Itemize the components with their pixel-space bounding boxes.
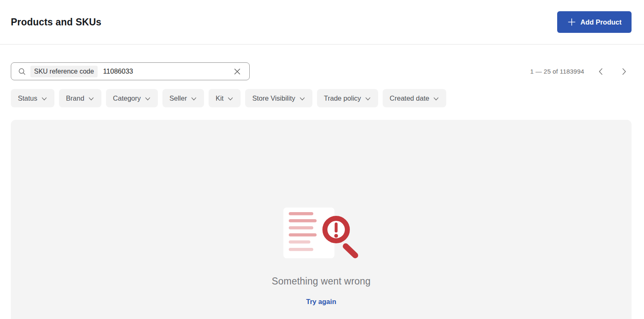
page-title: Products and SKUs	[11, 17, 101, 28]
filter-store-visibility[interactable]: Store Visibility	[245, 89, 312, 107]
pagination: 1 — 25 of 1183994	[530, 64, 632, 79]
results-panel: Something went wrong Try again	[11, 120, 632, 319]
magnifier-handle	[346, 246, 355, 255]
chevron-down-icon	[227, 96, 234, 102]
filter-label: Created date	[390, 94, 429, 102]
chevron-down-icon	[299, 96, 305, 102]
filter-category[interactable]: Category	[106, 89, 158, 107]
filter-trade-policy[interactable]: Trade policy	[317, 89, 378, 107]
page-header: Products and SKUs Add Product	[0, 0, 644, 45]
filter-kit[interactable]: Kit	[209, 89, 241, 107]
previous-page-button[interactable]	[593, 64, 608, 79]
chevron-down-icon	[41, 96, 47, 102]
error-illustration	[283, 207, 359, 259]
exclamation-dot	[334, 234, 338, 238]
error-title: Something went wrong	[272, 276, 371, 287]
toolbar: SKU reference code 11086033 1 — 25 of 11…	[0, 62, 644, 80]
filter-label: Trade policy	[324, 94, 361, 102]
chevron-down-icon	[191, 96, 197, 102]
search-value[interactable]: 11086033	[103, 67, 232, 75]
filter-created-date[interactable]: Created date	[383, 89, 446, 107]
try-again-link[interactable]: Try again	[306, 298, 336, 306]
filter-status[interactable]: Status	[11, 89, 54, 107]
pagination-range: 1 — 25 of 1183994	[530, 68, 584, 75]
next-page-button[interactable]	[617, 64, 632, 79]
filter-label: Brand	[66, 94, 84, 102]
filter-seller[interactable]: Seller	[162, 89, 204, 107]
exclamation-bar	[335, 223, 338, 232]
chevron-down-icon	[365, 96, 371, 102]
filter-label: Store Visibility	[252, 94, 295, 102]
search-icon	[18, 67, 26, 76]
add-product-label: Add Product	[580, 18, 622, 26]
filter-bar: Status Brand Category Seller Kit Store V…	[0, 89, 644, 107]
filter-brand[interactable]: Brand	[59, 89, 101, 107]
chevron-left-icon	[597, 67, 605, 76]
chevron-right-icon	[620, 67, 628, 76]
add-product-button[interactable]: Add Product	[557, 11, 632, 33]
filter-label: Status	[18, 94, 37, 102]
chevron-down-icon	[145, 96, 151, 102]
chevron-down-icon	[88, 96, 94, 102]
filter-label: Kit	[216, 94, 224, 102]
chevron-down-icon	[433, 96, 439, 102]
filter-label: Category	[113, 94, 141, 102]
error-state: Something went wrong Try again	[11, 120, 632, 306]
filter-label: Seller	[170, 94, 187, 102]
clear-search-button[interactable]	[232, 66, 243, 77]
search-input[interactable]: SKU reference code 11086033	[11, 62, 250, 80]
search-filter-tag[interactable]: SKU reference code	[30, 66, 98, 77]
plus-icon	[567, 17, 576, 27]
close-icon	[233, 67, 242, 76]
